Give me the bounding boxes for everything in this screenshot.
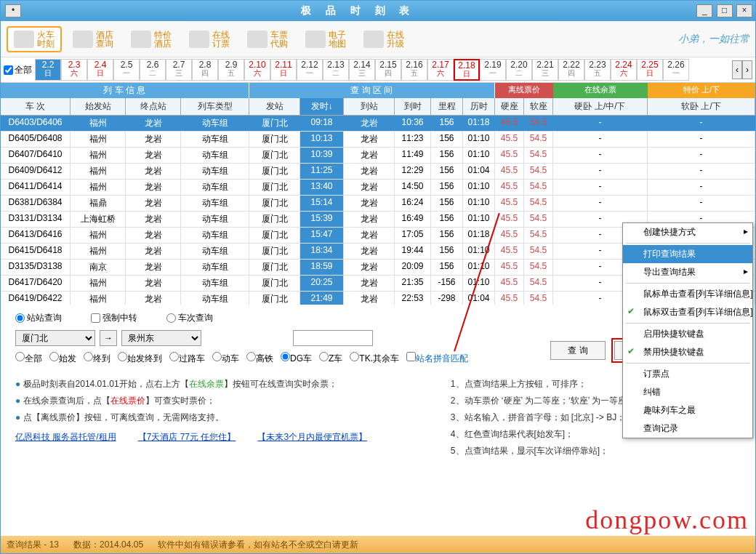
date-cell[interactable]: 2.2日 <box>35 59 61 81</box>
date-cell[interactable]: 2.21三 <box>532 59 558 81</box>
date-cell[interactable]: 2.11日 <box>270 59 297 81</box>
col-price2[interactable]: 软座 <box>524 98 553 115</box>
titlebar: • 极 品 时 刻 表 _ □ × <box>1 1 755 21</box>
query-button[interactable]: 查 询 <box>550 341 606 360</box>
date-cell[interactable]: 2.23五 <box>584 59 611 81</box>
date-prev-button[interactable]: ‹ <box>732 60 742 79</box>
filter-zd[interactable]: 终到 <box>84 352 110 365</box>
date-cell[interactable]: 2.13二 <box>323 59 349 81</box>
col-distance[interactable]: 里程 <box>431 98 463 115</box>
date-cell[interactable]: 2.8四 <box>192 59 218 81</box>
menu-single-click-detail[interactable]: 鼠标单击查看[列车详细信息] <box>623 285 752 303</box>
col-start[interactable]: 始发站 <box>71 98 126 115</box>
menu-double-click-detail[interactable]: ✔鼠标双击查看[列车详细信息] <box>623 303 752 321</box>
table-row[interactable]: D6381/D6384福鼎龙岩动车组厦门北15:14龙岩16:2415601:1… <box>1 196 755 212</box>
from-station-select[interactable]: 厦门北 <box>15 330 95 346</box>
date-cell[interactable]: 2.25日 <box>637 59 663 81</box>
mode-transfer-checkbox[interactable]: 强制中转 <box>91 312 137 324</box>
train-number-input[interactable] <box>293 330 373 346</box>
date-cell[interactable]: 2.10六 <box>244 59 270 81</box>
filter-sf[interactable]: 始发 <box>49 352 76 365</box>
menu-query-history[interactable]: 查询记录 <box>623 419 752 438</box>
menu-correction[interactable]: 纠错 <box>623 383 752 401</box>
menu-fun-records[interactable]: 趣味列车之最 <box>623 401 752 419</box>
filter-glc[interactable]: 过路车 <box>169 352 205 365</box>
table-row[interactable]: D6409/D6412福州龙岩动车组厦门北11:25龙岩12:2915601:0… <box>1 164 755 180</box>
col-depart-station[interactable]: 发站 <box>249 98 300 115</box>
col-arrive-time[interactable]: 到时 <box>395 98 431 115</box>
filter-gt[interactable]: 高铁 <box>246 352 273 365</box>
toolbar-icon <box>73 31 93 48</box>
mode-train-radio[interactable]: 车次查询 <box>166 312 213 324</box>
menu-print-results[interactable]: 打印查询结果 <box>623 245 752 263</box>
table-row[interactable]: D6411/D6414福州龙岩动车组厦门北13:40龙岩14:5015601:1… <box>1 180 755 196</box>
minimize-button[interactable]: _ <box>696 4 712 17</box>
toolbar-btn-3[interactable]: 在线订票 <box>182 26 236 52</box>
context-menu[interactable]: 创建快捷方式▸ 打印查询结果 导出查询结果▸ 鼠标单击查看[列车详细信息] ✔鼠… <box>622 222 753 438</box>
brand-text: 小弟，一如往常 <box>678 33 749 46</box>
col-train[interactable]: 车 次 <box>1 98 71 115</box>
toolbar-btn-0[interactable]: 火车时刻 <box>7 26 62 52</box>
link-hotel[interactable]: 【7天酒店 77元 任您住】 <box>138 431 236 443</box>
filter-sfzd[interactable]: 始发终到 <box>118 352 162 365</box>
toolbar-btn-4[interactable]: 车票代购 <box>241 26 294 52</box>
to-station-select[interactable]: 泉州东 <box>121 330 201 346</box>
close-button[interactable]: × <box>736 4 752 17</box>
date-cell[interactable]: 2.22四 <box>558 59 584 81</box>
col-seat1[interactable]: 硬卧 上/中/下 <box>553 98 648 115</box>
date-cell[interactable]: 2.17六 <box>427 59 454 81</box>
filter-all[interactable]: 全部 <box>15 352 42 365</box>
date-cell[interactable]: 2.6二 <box>140 59 166 81</box>
col-type[interactable]: 列车类型 <box>181 98 249 115</box>
date-cell[interactable]: 2.26一 <box>663 59 689 81</box>
menu-ticket-office[interactable]: 订票点 <box>623 365 752 383</box>
col-seat2[interactable]: 软卧 上/下 <box>648 98 755 115</box>
date-all-checkbox[interactable]: 全部 <box>4 64 32 76</box>
menu-export-results[interactable]: 导出查询结果▸ <box>623 263 752 281</box>
filter-dgc[interactable]: DG车 <box>281 352 312 365</box>
col-depart-time[interactable]: 发时↓ <box>300 98 344 115</box>
toolbar-btn-6[interactable]: 在线升级 <box>357 26 411 52</box>
table-row[interactable]: D6403/D6406福州龙岩动车组厦门北09:18龙岩10:3615601:1… <box>1 116 755 132</box>
date-cell[interactable]: 2.5一 <box>113 59 140 81</box>
date-cell[interactable]: 2.9五 <box>218 59 244 81</box>
column-headers[interactable]: 车 次 始发站 终点站 列车类型 发站 发时↓ 到站 到时 里程 历时 硬座 软… <box>1 98 755 116</box>
filter-zc[interactable]: Z车 <box>319 352 342 365</box>
date-cell[interactable]: 2.18日 <box>454 59 480 81</box>
menu-create-shortcut[interactable]: 创建快捷方式▸ <box>623 223 752 241</box>
date-cell[interactable]: 2.7三 <box>166 59 192 81</box>
toolbar-icon <box>131 31 151 48</box>
date-cell[interactable]: 2.4日 <box>87 59 113 81</box>
mode-station-radio[interactable]: 站站查询 <box>15 312 62 324</box>
filter-dc[interactable]: 动车 <box>212 352 239 365</box>
date-cell[interactable]: 2.16五 <box>401 59 427 81</box>
sys-icon[interactable]: • <box>5 4 21 17</box>
table-row[interactable]: D6407/D6410福州龙岩动车组厦门北10:39龙岩11:4915601:1… <box>1 148 755 164</box>
toolbar-btn-5[interactable]: 电子地图 <box>299 26 353 52</box>
toolbar-btn-1[interactable]: 酒店查询 <box>66 26 120 52</box>
col-end[interactable]: 终点站 <box>126 98 181 115</box>
maximize-button[interactable]: □ <box>717 4 733 17</box>
date-cell[interactable]: 2.14三 <box>349 59 375 81</box>
menu-enable-softkbd[interactable]: 启用快捷软键盘 <box>623 325 752 343</box>
toolbar-icon <box>189 31 209 48</box>
menu-disable-softkbd[interactable]: ✔禁用快捷软键盘 <box>623 343 752 361</box>
filter-tkqy[interactable]: TK.其余车 <box>350 352 399 365</box>
date-cell[interactable]: 2.3六 <box>61 59 87 81</box>
link-hosting[interactable]: 亿恩科技 服务器托管/租用 <box>15 431 116 443</box>
swap-stations-button[interactable]: → <box>100 330 117 346</box>
col-arrive-station[interactable]: 到站 <box>344 98 395 115</box>
toolbar-icon <box>363 31 384 48</box>
date-next-button[interactable]: › <box>742 60 752 79</box>
col-duration[interactable]: 历时 <box>463 98 495 115</box>
col-price1[interactable]: 硬座 <box>495 98 524 115</box>
date-cell[interactable]: 2.12一 <box>297 59 323 81</box>
pinyin-match-checkbox[interactable]: 站名拼音匹配 <box>406 352 468 365</box>
date-cell[interactable]: 2.24六 <box>611 59 637 81</box>
table-row[interactable]: D6405/D6408福州龙岩动车组厦门北10:13龙岩11:2315601:1… <box>1 132 755 148</box>
date-cell[interactable]: 2.15四 <box>375 59 401 81</box>
date-cell[interactable]: 2.20二 <box>506 59 532 81</box>
link-flight[interactable]: 【未来3个月内最便宜机票】 <box>257 431 367 443</box>
date-cell[interactable]: 2.19一 <box>480 59 506 81</box>
toolbar-btn-2[interactable]: 特价酒店 <box>124 26 178 52</box>
